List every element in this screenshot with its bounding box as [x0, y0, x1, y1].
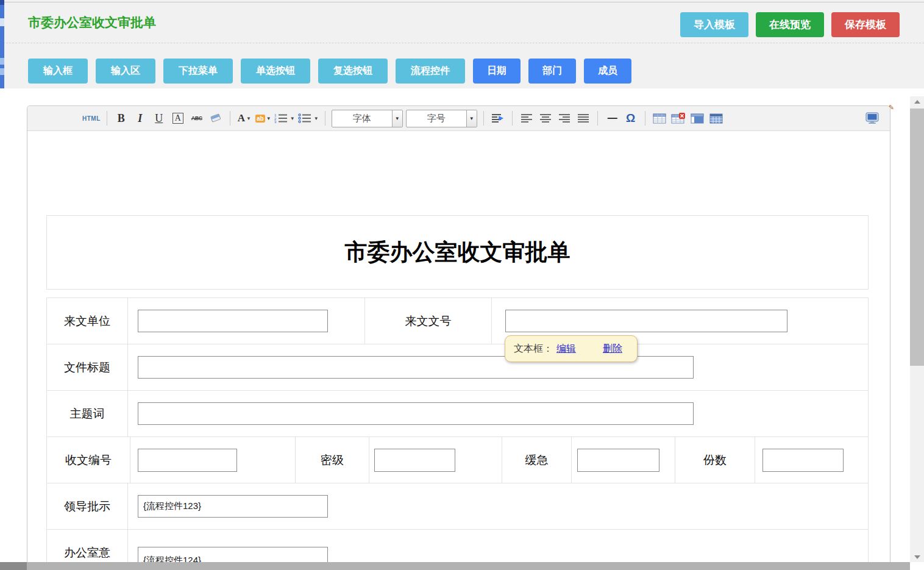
cell: [128, 391, 868, 436]
label-miji: 密级: [296, 437, 369, 483]
font-style-box-icon[interactable]: A: [170, 110, 186, 126]
insert-checkbox-button[interactable]: 复选按钮: [318, 59, 388, 84]
fenshu-input[interactable]: [762, 449, 844, 472]
toolbar-separator: [325, 111, 325, 126]
unordered-list-icon[interactable]: ▼: [298, 110, 319, 126]
strikethrough-icon[interactable]: ABC: [189, 110, 205, 126]
label-wenjian-biaoti: 文件标题: [47, 344, 128, 390]
align-left-icon[interactable]: [519, 110, 535, 126]
shouwen-bianhao-input[interactable]: [138, 449, 237, 472]
label-fenshu: 份数: [675, 437, 755, 483]
horizontal-rule-icon[interactable]: —: [604, 110, 620, 126]
toolbar-separator: [483, 111, 484, 126]
font-color-icon[interactable]: A▼: [236, 110, 252, 126]
editor-toolbar: HTML B I U A ABC A▼ ab✎▼ 123: [27, 106, 890, 131]
tooltip-delete-link[interactable]: 删除: [603, 343, 622, 355]
zhutici-input[interactable]: [138, 402, 694, 425]
scrollbar-thumb[interactable]: [910, 109, 924, 366]
svg-text:3: 3: [274, 120, 277, 123]
highlight-color-icon[interactable]: ab✎▼: [255, 110, 271, 126]
cell: [369, 437, 502, 483]
ordered-list-icon[interactable]: 123 ▼: [274, 110, 295, 126]
align-justify-icon[interactable]: [575, 110, 591, 126]
html-source-icon[interactable]: HTML: [82, 110, 101, 126]
special-char-icon[interactable]: Ω: [623, 110, 639, 126]
window-edge-strip: [0, 0, 4, 88]
scroll-up-button[interactable]: [910, 96, 924, 107]
italic-icon[interactable]: I: [132, 110, 148, 126]
align-center-icon[interactable]: [538, 110, 553, 126]
insert-table-icon[interactable]: [652, 110, 667, 126]
insert-textarea-button[interactable]: 输入区: [96, 59, 155, 84]
down-arrow-icon: [914, 555, 920, 559]
font-family-select[interactable]: 字体 ▼: [332, 110, 403, 127]
dropdown-arrow-icon: ▼: [290, 116, 295, 121]
bold-icon[interactable]: B: [113, 110, 129, 126]
delete-table-icon[interactable]: [670, 110, 686, 126]
dropdown-arrow-icon[interactable]: ▼: [466, 110, 477, 127]
toolbar-separator: [645, 111, 645, 126]
cell: [128, 483, 868, 529]
page-title: 市委办公室收文审批单: [28, 14, 156, 31]
label-shouwen-bianhao: 收文编号: [47, 437, 130, 483]
pencil-icon: ✎: [889, 104, 894, 112]
textbox-tooltip: 文本框： 编辑 删除: [505, 335, 638, 362]
table-row: 主题词: [47, 391, 868, 437]
lingdao-pishi-input[interactable]: [138, 495, 328, 518]
eraser-icon[interactable]: [208, 110, 224, 126]
fullscreen-icon[interactable]: [864, 110, 880, 126]
online-preview-button[interactable]: 在线预览: [756, 12, 824, 37]
richtext-editor: HTML B I U A ABC A▼ ab✎▼ 123: [27, 105, 890, 570]
align-right-icon[interactable]: [556, 110, 572, 126]
scroll-down-button[interactable]: [910, 552, 924, 562]
up-arrow-icon: [914, 100, 920, 104]
insert-date-button[interactable]: 日期: [473, 59, 521, 84]
laiwen-danwei-input[interactable]: [138, 310, 328, 332]
save-template-button[interactable]: 保存模板: [831, 12, 900, 37]
toolbar-separator: [597, 111, 598, 126]
page-header: 市委办公室收文审批单 导入模板 在线预览 保存模板 输入框 输入区 下拉菜单 单…: [0, 0, 924, 88]
cell: [572, 437, 675, 483]
label-lingdao-pishi: 领导批示: [47, 483, 128, 529]
font-size-select[interactable]: 字号 ▼: [406, 110, 477, 127]
document-title-block: 市委办公室收文审批单: [46, 215, 869, 290]
header-actions: 导入模板 在线预览 保存模板: [680, 12, 900, 37]
toolbar-separator: [512, 111, 513, 126]
tooltip-edit-link[interactable]: 编辑: [556, 343, 576, 355]
bottom-scrollbar-thumb[interactable]: [0, 562, 27, 570]
table-row: 领导批示: [47, 483, 868, 530]
dropdown-arrow-icon: ▼: [246, 116, 251, 121]
table-select-icon[interactable]: [689, 110, 705, 126]
insert-member-button[interactable]: 成员: [584, 59, 631, 84]
vertical-scrollbar[interactable]: [910, 96, 924, 562]
underline-icon[interactable]: U: [151, 110, 167, 126]
toolbar-separator: [107, 111, 107, 126]
toolbar-separator: [230, 111, 230, 126]
indent-icon[interactable]: [490, 110, 506, 126]
import-template-button[interactable]: 导入模板: [680, 12, 748, 37]
table-row: 收文编号 密级 缓急 份数: [47, 437, 868, 483]
laiwen-wenhao-input[interactable]: [505, 310, 787, 332]
dropdown-arrow-icon: ▼: [314, 116, 319, 121]
component-button-row: 输入框 输入区 下拉菜单 单选按钮 复选按钮 流程控件 日期 部门 成员: [28, 59, 631, 84]
label-huanji: 缓急: [502, 437, 572, 483]
table-grid-icon[interactable]: [708, 110, 724, 126]
label-laiwen-danwei: 来文单位: [47, 298, 128, 344]
huanji-input[interactable]: [577, 449, 659, 472]
bottom-scrollbar[interactable]: [0, 562, 910, 570]
label-laiwen-wenhao: 来文文号: [365, 298, 492, 344]
dropdown-arrow-icon: ▼: [266, 116, 271, 121]
insert-flow-control-button[interactable]: 流程控件: [396, 59, 465, 84]
table-row: 来文单位 来文文号: [47, 298, 868, 344]
insert-department-button[interactable]: 部门: [528, 59, 576, 84]
insert-input-button[interactable]: 输入框: [28, 59, 88, 84]
label-zhutici: 主题词: [47, 391, 128, 436]
editor-content[interactable]: 市委办公室收文审批单 来文单位 来文文号 文件标题: [27, 131, 890, 569]
dropdown-arrow-icon[interactable]: ▼: [392, 110, 402, 127]
insert-radio-button[interactable]: 单选按钮: [241, 59, 310, 84]
miji-input[interactable]: [374, 449, 455, 472]
tooltip-label: 文本框：: [514, 343, 553, 355]
page: { "header": { "title": "市委办公室收文审批单", "ac…: [0, 0, 924, 570]
table-row: 文件标题: [47, 344, 868, 391]
insert-dropdown-button[interactable]: 下拉菜单: [163, 59, 233, 84]
